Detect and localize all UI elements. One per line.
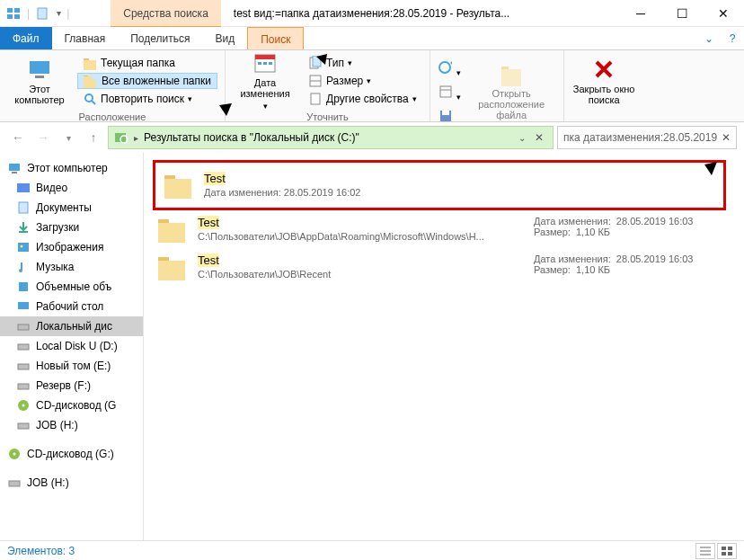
this-pc-label: Этот компьютер xyxy=(7,84,72,105)
ribbon-collapse-icon[interactable]: ⌄ xyxy=(697,27,721,49)
close-search-button[interactable]: Закрыть окно поиска xyxy=(571,54,636,108)
navigation-tree[interactable]: Этот компьютер Видео Документы Загрузки … xyxy=(0,153,144,540)
address-dropdown-icon[interactable]: ⌄ xyxy=(518,133,526,143)
repeat-search-button[interactable]: Повторить поиск ▾ xyxy=(77,91,217,107)
ribbon: Этот компьютер Текущая папка Все вложенн… xyxy=(0,50,744,122)
recent-searches-icon[interactable]: ▾ xyxy=(438,59,461,78)
breadcrumb-arrow-icon[interactable]: ▸ xyxy=(134,133,138,143)
result-item[interactable]: Test C:\Пользователи\JOB\Recent Дата изм… xyxy=(153,248,744,286)
open-file-location-button[interactable]: Открыть расположение файла xyxy=(466,64,556,118)
search-result-icon xyxy=(114,129,128,147)
tree-desktop[interactable]: Рабочий стол xyxy=(0,297,143,316)
video-icon xyxy=(16,181,31,195)
dropdown-icon: ▾ xyxy=(367,76,371,85)
qat-separator: | xyxy=(66,7,69,20)
svg-rect-58 xyxy=(158,223,185,243)
svg-rect-25 xyxy=(440,86,451,97)
results-pane[interactable]: Test Дата изменения: 28.05.2019 16:02 Te… xyxy=(144,153,744,540)
tree-new-vol[interactable]: Новый том (E:) xyxy=(0,356,143,376)
svg-rect-37 xyxy=(17,183,30,192)
up-button[interactable]: ↑ xyxy=(83,127,104,148)
result-name: Test xyxy=(198,253,525,267)
svg-rect-0 xyxy=(7,8,13,13)
svg-rect-36 xyxy=(12,172,17,173)
result-meta: Дата изменения: 28.05.2019 16:03 Размер:… xyxy=(534,253,740,275)
size-button[interactable]: Размер ▾ xyxy=(303,73,422,89)
content-body: Этот компьютер Видео Документы Загрузки … xyxy=(0,153,744,540)
tree-this-pc[interactable]: Этот компьютер xyxy=(0,158,143,178)
all-subfolders-button[interactable]: Все вложенные папки xyxy=(77,73,217,89)
title-bar: | ▾ | Средства поиска test вид:=папка да… xyxy=(0,0,744,27)
svg-point-50 xyxy=(22,404,25,407)
tree-music[interactable]: Музыка xyxy=(0,257,143,277)
address-clear-icon[interactable]: ✕ xyxy=(531,131,547,144)
svg-line-13 xyxy=(92,101,95,104)
tree-pictures[interactable]: Изображения xyxy=(0,237,143,257)
advanced-options-icon[interactable]: ▾ xyxy=(438,84,461,102)
tree-video[interactable]: Видео xyxy=(0,178,143,198)
current-folder-button[interactable]: Текущая папка xyxy=(77,55,217,71)
tab-file[interactable]: Файл xyxy=(0,27,52,49)
svg-rect-45 xyxy=(18,324,29,330)
result-path: C:\Пользователи\JOB\Recent xyxy=(198,269,525,280)
address-bar[interactable]: ▸ Результаты поиска в "Локальный диск (C… xyxy=(108,126,554,149)
tab-home[interactable]: Главная xyxy=(52,27,119,49)
details-view-button[interactable] xyxy=(695,543,715,559)
navigation-bar: ← → ▾ ↑ ▸ Результаты поиска в "Локальный… xyxy=(0,122,744,153)
search-clear-icon[interactable]: ✕ xyxy=(722,131,731,144)
large-icons-view-button[interactable] xyxy=(717,543,737,559)
result-item[interactable]: Test C:\Пользователи\JOB\AppData\Roaming… xyxy=(153,210,744,248)
tree-documents[interactable]: Документы xyxy=(0,198,143,218)
ribbon-tabs: Файл Главная Поделиться Вид Поиск ⌄ ? xyxy=(0,27,744,50)
help-icon[interactable]: ? xyxy=(721,27,744,49)
search-box[interactable]: пка датаизменения:28.05.2019 ✕ xyxy=(557,126,737,149)
back-button[interactable]: ← xyxy=(7,127,29,148)
search-again-icon xyxy=(83,92,97,106)
svg-rect-56 xyxy=(164,179,191,199)
tree-3d[interactable]: Объемные объ xyxy=(0,277,143,297)
svg-rect-46 xyxy=(18,344,29,350)
svg-rect-11 xyxy=(87,80,96,88)
maximize-button[interactable]: ☐ xyxy=(661,0,703,27)
properties-icon xyxy=(308,92,323,106)
other-properties-button[interactable]: Другие свойства ▾ xyxy=(303,91,422,107)
this-pc-button[interactable]: Этот компьютер xyxy=(7,54,72,108)
qat-dropdown-icon[interactable]: ▾ xyxy=(57,8,61,18)
dropdown-icon: ▾ xyxy=(348,58,352,67)
downloads-icon xyxy=(16,220,31,235)
tree-cd-g2[interactable]: CD-дисковод (G:) xyxy=(0,444,143,464)
result-item[interactable]: Test Дата изменения: 28.05.2019 16:02 xyxy=(153,160,726,210)
tree-local-u[interactable]: Local Disk U (D:) xyxy=(0,336,143,356)
size-icon xyxy=(308,74,323,88)
open-location-label: Открыть расположение файла xyxy=(466,88,556,120)
svg-rect-35 xyxy=(9,164,20,171)
date-modified-button[interactable]: Дата изменения ▾ xyxy=(233,54,297,108)
svg-rect-66 xyxy=(722,552,726,556)
tree-local-c[interactable]: Локальный дис xyxy=(0,316,143,336)
computer-icon xyxy=(7,161,22,175)
drive-icon xyxy=(16,359,31,373)
type-button[interactable]: Тип ▾ xyxy=(303,55,422,71)
close-button[interactable]: ✕ xyxy=(703,0,744,27)
tree-downloads[interactable]: Загрузки xyxy=(0,218,143,237)
forward-button[interactable]: → xyxy=(32,127,54,148)
minimize-button[interactable]: ─ xyxy=(620,0,661,27)
svg-point-12 xyxy=(85,94,93,102)
tree-cd-g[interactable]: CD-дисковод (G xyxy=(0,396,143,415)
cube-icon xyxy=(16,280,31,294)
tree-job-h[interactable]: JOB (H:) xyxy=(0,415,143,435)
save-search-icon[interactable] xyxy=(438,108,461,127)
svg-rect-2 xyxy=(7,14,13,19)
svg-point-24 xyxy=(439,62,450,73)
tree-job-h2[interactable]: JOB (H:) xyxy=(0,473,143,493)
tab-search[interactable]: Поиск xyxy=(247,27,304,49)
svg-rect-64 xyxy=(722,547,726,550)
tab-view[interactable]: Вид xyxy=(202,27,247,49)
tree-reserve[interactable]: Резерв (F:) xyxy=(0,376,143,396)
recent-locations-icon[interactable]: ▾ xyxy=(58,127,79,148)
svg-rect-28 xyxy=(442,111,449,115)
svg-rect-43 xyxy=(19,282,28,291)
tab-share[interactable]: Поделиться xyxy=(118,27,202,49)
properties-icon[interactable] xyxy=(35,5,51,22)
svg-rect-6 xyxy=(35,76,44,78)
